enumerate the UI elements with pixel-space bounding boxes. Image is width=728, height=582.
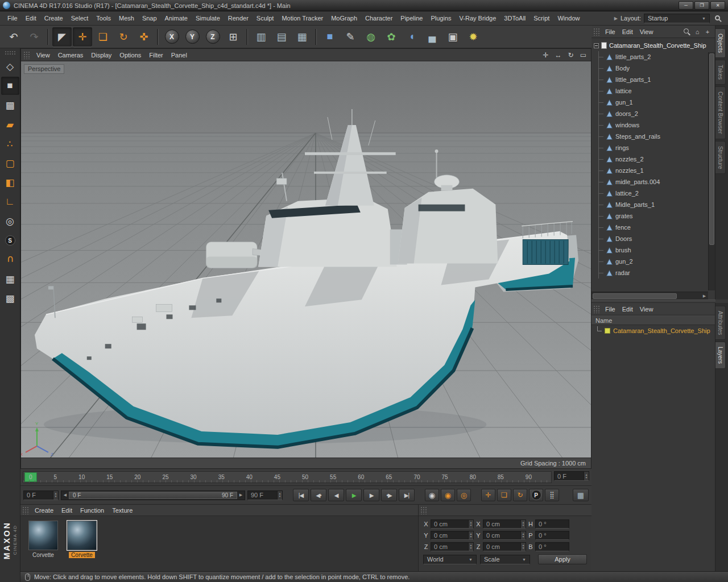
layer-manager-menu-item[interactable]: View	[636, 305, 657, 314]
rotate-view-icon[interactable]: ↻	[565, 51, 576, 60]
om-add-icon[interactable]: +	[703, 27, 712, 36]
layer-manager-menu-item[interactable]: File	[602, 305, 619, 314]
object-tree-item[interactable]: lattice	[599, 85, 715, 97]
current-frame-field[interactable]: 0 F	[554, 471, 589, 481]
om-home-icon[interactable]: ⌂	[693, 27, 702, 36]
tab-structure[interactable]: Structure	[715, 141, 726, 174]
name-column-header[interactable]: Name	[592, 315, 715, 325]
pan-view-icon[interactable]: ✛	[540, 51, 551, 60]
object-tree-item[interactable]: little_parts_2	[599, 51, 715, 63]
material-menu-item[interactable]: Function	[76, 505, 108, 516]
coordinate-system-dropdown[interactable]: World	[423, 555, 477, 564]
tab-content-browser[interactable]: Content Browser	[715, 86, 726, 139]
object-tree-item[interactable]: doors_2	[599, 108, 715, 119]
material-menu-item[interactable]: Texture	[108, 505, 136, 516]
redo-icon[interactable]: ↷	[24, 27, 44, 47]
tab-objects[interactable]: Objects	[715, 28, 726, 58]
layer-manager-menu-item[interactable]: Edit	[619, 305, 636, 314]
size-mode-dropdown[interactable]: Scale	[480, 555, 530, 564]
size-field[interactable]: 0 cm	[483, 531, 526, 540]
record-scale-icon[interactable]: ❏	[497, 489, 511, 501]
workplane-mode-icon[interactable]: ▰	[1, 115, 19, 134]
menubar-item[interactable]: Motion Tracker	[278, 13, 327, 23]
object-tree-item[interactable]: brush	[599, 244, 715, 256]
rotate-tool-icon[interactable]: ↻	[114, 27, 133, 47]
apply-button[interactable]: Apply	[538, 554, 587, 564]
make-editable-icon[interactable]: ◇	[1, 57, 19, 76]
horizontal-scrollbar[interactable]	[592, 292, 708, 300]
z-axis-lock-icon[interactable]: Z	[203, 27, 222, 47]
move-tool-icon[interactable]: ✛	[73, 27, 92, 47]
object-manager-menu-item[interactable]: File	[602, 27, 619, 36]
autokey-button[interactable]: ◉	[441, 489, 455, 501]
material-menu-item[interactable]: Create	[31, 505, 57, 516]
zoom-view-icon[interactable]: ↔	[553, 51, 564, 60]
add-camera-icon[interactable]: ▣	[443, 27, 462, 47]
menubar-item[interactable]: Simulate	[192, 13, 224, 23]
close-button[interactable]: ✕	[710, 1, 725, 10]
menubar-item[interactable]: 3DToAll	[500, 13, 530, 23]
range-thumb[interactable]: 0 F 90 F	[69, 492, 237, 499]
minimize-button[interactable]: ─	[679, 1, 693, 10]
rotation-field[interactable]: 0 °	[535, 519, 569, 529]
record-parameter-icon[interactable]: P	[529, 489, 543, 501]
points-mode-icon[interactable]: ∴	[1, 135, 19, 153]
live-selection-icon[interactable]: ◤	[52, 27, 72, 47]
add-cube-icon[interactable]: ■	[320, 27, 340, 47]
object-tree-item[interactable]: Midle_parts_1	[599, 199, 715, 210]
restore-button[interactable]: ❐	[694, 1, 709, 10]
menubar-item[interactable]: Mesh	[115, 13, 138, 23]
add-light-icon[interactable]: ✹	[464, 27, 483, 47]
workplane-snap-icon[interactable]: ▦	[1, 270, 19, 288]
frame-stepper[interactable]	[584, 472, 589, 480]
scale-tool-icon[interactable]: ❏	[93, 27, 113, 47]
object-tree-item[interactable]: fence	[599, 222, 715, 233]
menubar-item[interactable]: Animate	[161, 13, 192, 23]
preview-range-slider[interactable]: 0 F 90 F	[61, 490, 245, 500]
material-menu-item[interactable]: Edit	[57, 505, 76, 516]
scrollbar-thumb[interactable]	[593, 293, 677, 299]
y-axis-lock-icon[interactable]: Y	[183, 27, 202, 47]
menubar-item[interactable]: File	[3, 13, 22, 23]
add-mograph-icon[interactable]: ✿	[382, 27, 401, 47]
menubar-item[interactable]: Render	[224, 13, 253, 23]
locked-workplane-icon[interactable]: ▩	[1, 289, 19, 307]
viewport-menu-item[interactable]: View	[32, 50, 54, 60]
menubar-item[interactable]: Snap	[138, 13, 161, 23]
menubar-item[interactable]: MoGraph	[327, 13, 361, 23]
viewport-menu-item[interactable]: Display	[87, 50, 115, 60]
solo-mode-icon[interactable]: S	[1, 231, 19, 250]
object-tree-item[interactable]: Body	[599, 63, 715, 74]
last-tool-icon[interactable]: ✜	[134, 27, 154, 47]
viewport-menu-item[interactable]: Options	[115, 50, 145, 60]
object-tree-item[interactable]: gun_2	[599, 256, 715, 267]
viewport-menu-item[interactable]: Panel	[167, 50, 191, 60]
record-pla-icon[interactable]: ⣿	[545, 489, 559, 501]
range-end-field[interactable]: 90 F	[247, 490, 283, 500]
vertical-scrollbar[interactable]	[708, 52, 715, 290]
object-manager-menu-item[interactable]: Edit	[619, 27, 636, 36]
texture-mode-icon[interactable]: ▩	[1, 96, 19, 114]
polygons-mode-icon[interactable]: ◧	[1, 173, 19, 192]
goto-end-button[interactable]: ▶|	[399, 489, 415, 501]
tab-layers[interactable]: Layers	[715, 342, 726, 369]
viewport-solo-icon[interactable]: ◎	[1, 212, 19, 230]
position-field[interactable]: 0 cm	[431, 542, 474, 551]
timeline-ruler[interactable]: 051015202530354045505560657075808590	[23, 471, 552, 483]
enable-axis-icon[interactable]: ∟	[1, 193, 19, 211]
material-corvette-2[interactable]: Corvette	[66, 521, 98, 558]
size-field[interactable]: 0 cm	[483, 519, 526, 529]
rotation-field[interactable]: 0 °	[535, 531, 569, 540]
play-button[interactable]: ▶	[346, 489, 362, 501]
model-mode-icon[interactable]: ■	[1, 77, 19, 95]
goto-start-button[interactable]: |◀	[293, 489, 309, 501]
snap-icon[interactable]: ∪	[1, 251, 19, 269]
position-field[interactable]: 0 cm	[431, 519, 474, 529]
menubar-item[interactable]: V-Ray Bridge	[456, 13, 500, 23]
render-settings-icon[interactable]: ▦	[292, 27, 312, 47]
object-tree-item[interactable]: grates	[599, 210, 715, 222]
om-search-icon[interactable]	[682, 27, 692, 36]
record-position-icon[interactable]: ✛	[481, 489, 495, 501]
tab-takes[interactable]: Takes	[715, 60, 726, 85]
prev-frame-button[interactable]: ◀	[328, 489, 344, 501]
